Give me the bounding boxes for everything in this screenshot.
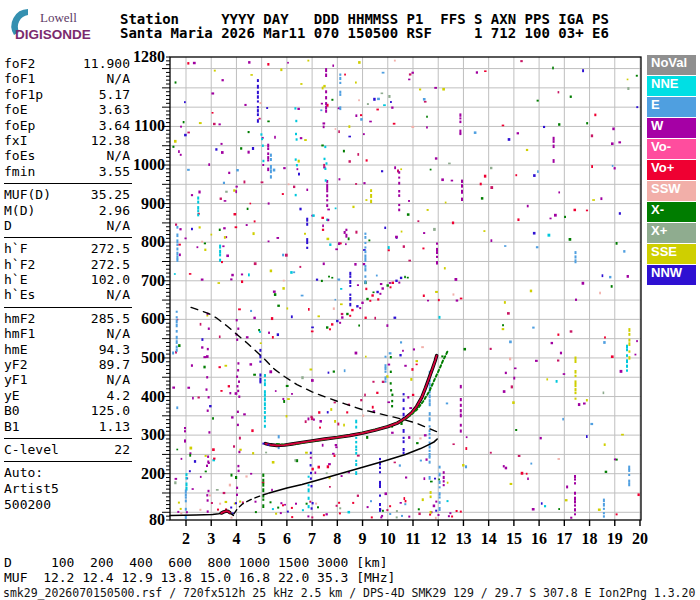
y-axis-label: 500	[141, 349, 165, 366]
x-axis-label: 12	[430, 530, 446, 547]
legend-item-ssw: SSW	[647, 181, 696, 201]
x-axis-label: 8	[333, 530, 341, 547]
y-axis-label: 600	[141, 310, 165, 327]
y-axis-label: 900	[141, 195, 165, 212]
x-axis-label: 13	[455, 530, 471, 547]
legend-label: Vo-	[651, 139, 671, 154]
legend-item-nne: NNE	[647, 76, 696, 96]
legend-item-x: X-	[647, 202, 696, 222]
x-axis-label: 5	[258, 530, 266, 547]
x-axis-label: 20	[632, 530, 648, 547]
distance-row: D 100 200 400 600 800 1000 1500 3000 [km…	[4, 555, 388, 570]
y-axis-label: 700	[141, 272, 165, 289]
legend-item-sse: SSE	[647, 244, 696, 264]
ionogram-plot: 1280110010009008007006005004003002008023…	[0, 0, 700, 600]
x-axis-label: 16	[531, 530, 547, 547]
legend-label: SSE	[651, 244, 677, 259]
x-axis-label: 9	[359, 530, 367, 547]
x-axis-label: 4	[232, 530, 240, 547]
y-axis-label: 300	[141, 426, 165, 443]
legend-label: NNW	[651, 265, 682, 280]
y-axis-label: 1000	[133, 156, 165, 173]
legend-label: E	[651, 97, 660, 112]
x-axis-label: 10	[380, 530, 396, 547]
legend-label: Vo+	[651, 160, 674, 175]
legend-item-w: W	[647, 118, 696, 138]
status-line: smk29_2026070150500.rsf / 720fx512h 25 k…	[3, 586, 695, 600]
muf-row: MUF 12.2 12.4 12.9 13.8 15.0 16.8 22.0 3…	[4, 570, 395, 585]
x-axis-label: 15	[506, 530, 522, 547]
legend-label: NoVal	[651, 55, 687, 70]
y-axis-label: 1100	[134, 117, 165, 134]
doppler-direction-legend: NoValNNEEWVo-Vo+SSWX-X+SSENNW	[647, 55, 696, 286]
x-axis-label: 3	[207, 530, 215, 547]
y-axis-label: 200	[141, 465, 165, 482]
legend-label: NNE	[651, 76, 678, 91]
x-axis-label: 2	[182, 530, 190, 547]
legend-item-noval: NoVal	[647, 55, 696, 75]
x-axis-label: 7	[308, 530, 316, 547]
legend-item-e: E	[647, 97, 696, 117]
x-axis-label: 19	[607, 530, 623, 547]
x-axis-label: 17	[556, 530, 572, 547]
y-axis-label: 80	[149, 511, 165, 528]
ionogram-app-window: Lowell DIGISONDE Station YYYY DAY DDD HH…	[0, 0, 700, 600]
x-axis-label: 14	[481, 530, 497, 547]
legend-label: SSW	[651, 181, 681, 196]
x-axis-label: 18	[582, 530, 598, 547]
y-axis-label: 1280	[133, 48, 165, 65]
legend-item-nnw: NNW	[647, 265, 696, 285]
x-axis-label: 11	[405, 530, 420, 547]
legend-item-x: X+	[647, 223, 696, 243]
legend-item-vo: Vo+	[647, 160, 696, 180]
y-axis-label: 400	[141, 388, 165, 405]
legend-label: X+	[651, 223, 667, 238]
y-axis-label: 800	[141, 233, 165, 250]
x-axis-label: 6	[283, 530, 291, 547]
legend-item-vo: Vo-	[647, 139, 696, 159]
legend-label: W	[651, 118, 663, 133]
legend-label: X-	[651, 202, 664, 217]
